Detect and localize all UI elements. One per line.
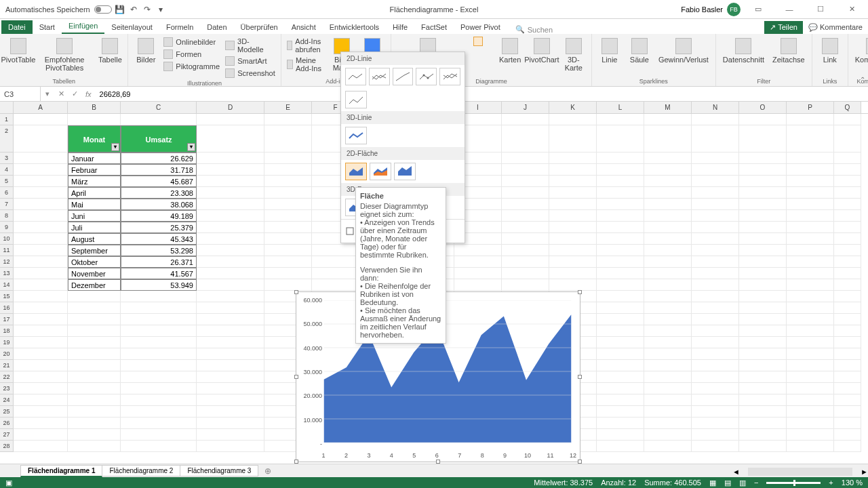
cell[interactable] [264, 176, 312, 187]
cell[interactable] [597, 406, 644, 418]
cell[interactable] [597, 222, 644, 233]
col-header[interactable]: N [692, 102, 739, 113]
line-area-chart-button[interactable] [473, 37, 483, 46]
cell[interactable] [197, 429, 264, 441]
cell[interactable] [14, 222, 68, 233]
zoom-in-icon[interactable]: + [829, 479, 833, 487]
tab-entwickler[interactable]: Entwicklertools [323, 20, 386, 34]
cell[interactable] [644, 187, 692, 199]
cell[interactable] [787, 176, 834, 187]
cell[interactable] [197, 233, 264, 245]
cell[interactable] [787, 245, 834, 256]
tab-powerpivot[interactable]: Power Pivot [454, 20, 507, 34]
cell[interactable] [739, 125, 787, 152]
pivotchart-button[interactable]: PivotChart [526, 37, 557, 65]
tab-formeln[interactable]: Formeln [159, 20, 200, 34]
view-pagebreak-icon[interactable]: ▥ [739, 479, 746, 487]
cell[interactable] [264, 114, 312, 125]
sparkline-winloss-button[interactable]: Gewinn/Verlust [656, 37, 711, 65]
cell[interactable] [312, 245, 359, 256]
cell[interactable] [14, 233, 68, 245]
zoom-slider[interactable] [766, 482, 821, 484]
row-header[interactable]: 7 [0, 199, 14, 210]
cell[interactable]: März [68, 176, 121, 187]
cell[interactable] [692, 406, 739, 418]
cell[interactable] [121, 325, 197, 337]
cell[interactable] [14, 176, 68, 187]
cell[interactable]: 53.949 [121, 279, 197, 291]
cell[interactable] [121, 337, 197, 348]
row-header[interactable]: 26 [0, 418, 14, 429]
cell[interactable] [692, 360, 739, 371]
cell[interactable] [502, 268, 549, 279]
cell[interactable] [68, 418, 121, 429]
cell[interactable] [597, 164, 644, 176]
cell[interactable] [787, 256, 834, 268]
cell[interactable] [834, 371, 861, 383]
add-sheet-button[interactable]: ⊕ [258, 465, 278, 477]
tab-daten[interactable]: Daten [200, 20, 233, 34]
cell[interactable] [549, 176, 597, 187]
cell[interactable] [197, 314, 264, 325]
line-chart-2[interactable] [369, 68, 390, 85]
close-icon[interactable]: ✕ [838, 0, 865, 19]
cell[interactable] [739, 199, 787, 210]
redo-icon[interactable]: ↷ [142, 4, 153, 15]
chart-type-5-icon[interactable] [473, 47, 483, 57]
cell[interactable] [834, 176, 861, 187]
3d-map-button[interactable]: 3D-Karte [560, 37, 587, 73]
cell[interactable] [834, 291, 861, 302]
area-chart-1[interactable] [345, 163, 367, 180]
cell[interactable] [597, 176, 644, 187]
row-header[interactable]: 28 [0, 441, 14, 452]
record-macro-icon[interactable]: ▣ [5, 479, 12, 487]
cell[interactable] [644, 406, 692, 418]
cell[interactable] [834, 152, 861, 164]
cell[interactable] [14, 406, 68, 418]
cell[interactable] [454, 268, 502, 279]
cell[interactable] [454, 245, 502, 256]
cell[interactable] [197, 187, 264, 199]
maps-button[interactable]: Karten [496, 37, 524, 65]
cell[interactable] [787, 441, 834, 452]
cell[interactable] [597, 441, 644, 452]
cell[interactable] [14, 199, 68, 210]
cell[interactable]: Dezember [68, 279, 121, 291]
cell[interactable] [834, 394, 861, 406]
cell[interactable] [787, 360, 834, 371]
cell[interactable] [739, 314, 787, 325]
cell[interactable] [644, 291, 692, 302]
pictures-button[interactable]: Bilder [132, 37, 159, 65]
cell[interactable] [692, 337, 739, 348]
cell[interactable] [549, 152, 597, 164]
horizontal-scrollbar[interactable]: ◄► [732, 466, 868, 477]
cell[interactable] [68, 291, 121, 302]
cell[interactable] [121, 314, 197, 325]
row-header[interactable]: 23 [0, 383, 14, 394]
cell[interactable] [739, 279, 787, 291]
cell[interactable] [14, 164, 68, 176]
cell[interactable] [644, 371, 692, 383]
cell[interactable] [692, 418, 739, 429]
row-header[interactable]: 18 [0, 325, 14, 337]
cell[interactable] [14, 125, 68, 152]
slicer-button[interactable]: Datenschnitt [720, 37, 767, 65]
row-header[interactable]: 10 [0, 233, 14, 245]
cell[interactable] [197, 222, 264, 233]
name-box[interactable]: C3 [0, 87, 41, 101]
col-header[interactable]: O [739, 102, 787, 113]
cell[interactable] [739, 268, 787, 279]
cell[interactable]: April [68, 187, 121, 199]
cell[interactable] [549, 164, 597, 176]
cell[interactable] [197, 291, 264, 302]
formula-input[interactable]: 26628,69 [96, 90, 131, 98]
col-header[interactable]: L [597, 102, 644, 113]
my-addins-button[interactable]: Meine Add-Ins [285, 56, 326, 73]
cell[interactable] [264, 279, 312, 291]
link-button[interactable]: Link [816, 37, 844, 65]
zoom-out-icon[interactable]: − [754, 479, 758, 487]
cell[interactable] [502, 245, 549, 256]
cell[interactable] [739, 325, 787, 337]
cell[interactable] [121, 360, 197, 371]
row-header[interactable]: 13 [0, 268, 14, 279]
